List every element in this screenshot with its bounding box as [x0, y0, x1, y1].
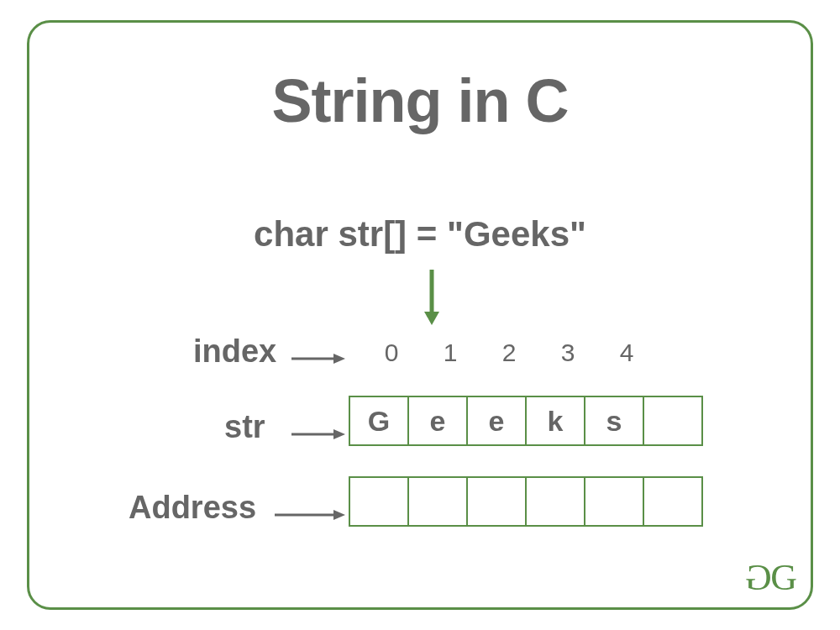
- decl-lhs: char str[] =: [254, 214, 447, 254]
- address-label: Address: [129, 490, 256, 526]
- arrow-right-icon: [290, 350, 349, 367]
- address-cell: [643, 476, 703, 527]
- str-cell: e: [466, 396, 527, 446]
- str-cell: k: [525, 396, 585, 446]
- index-label: index: [193, 333, 276, 370]
- index-value: 1: [421, 339, 480, 367]
- decl-rhs: "Geeks": [447, 214, 586, 254]
- svg-marker-7: [333, 510, 345, 520]
- index-row: 0 1 2 3 4: [362, 339, 656, 367]
- address-cell: [584, 476, 644, 527]
- str-cell: G: [349, 396, 409, 446]
- logo-right: G: [770, 557, 794, 598]
- svg-marker-5: [333, 429, 345, 439]
- index-value: 0: [362, 339, 421, 367]
- str-cells: G e e k s: [349, 396, 703, 446]
- str-cell: [643, 396, 703, 446]
- svg-marker-1: [424, 312, 439, 325]
- svg-marker-3: [333, 354, 345, 364]
- address-cell: [349, 476, 409, 527]
- index-value: 3: [538, 339, 597, 367]
- address-cell: [466, 476, 527, 527]
- str-cell: e: [407, 396, 468, 446]
- code-declaration: char str[] = "Geeks": [29, 214, 811, 255]
- geeksforgeeks-logo: GG: [748, 556, 794, 599]
- diagram-title: String in C: [29, 66, 811, 135]
- arrow-right-icon: [273, 507, 349, 523]
- diagram-frame: String in C char str[] = "Geeks" index 0…: [27, 20, 813, 610]
- arrow-right-icon: [290, 426, 349, 443]
- str-cell: s: [584, 396, 644, 446]
- arrow-down-icon: [419, 268, 444, 327]
- logo-left: G: [748, 556, 772, 599]
- index-value: 4: [597, 339, 656, 367]
- str-label: str: [224, 409, 265, 445]
- address-cell: [407, 476, 468, 527]
- address-cells: [349, 476, 703, 527]
- index-value: 2: [480, 339, 538, 367]
- address-cell: [525, 476, 585, 527]
